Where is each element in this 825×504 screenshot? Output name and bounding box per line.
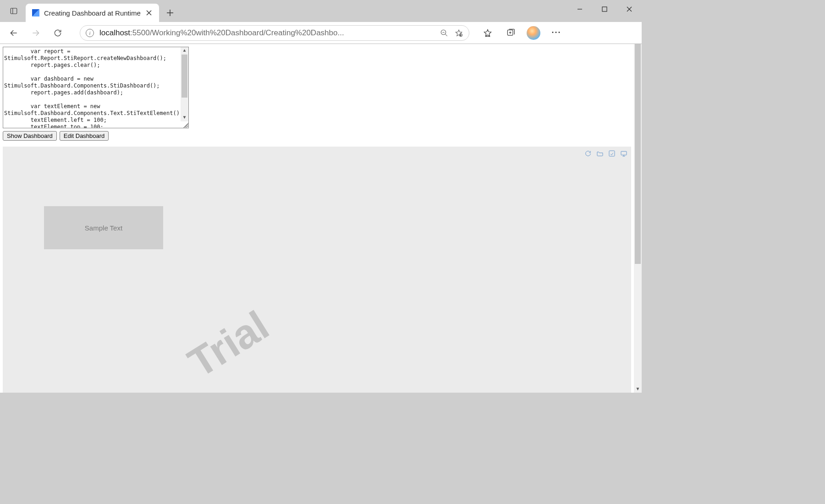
trial-watermark: Trial [180, 302, 277, 387]
fullscreen-icon[interactable] [619, 149, 628, 158]
scroll-thumb[interactable] [182, 55, 187, 98]
dashboard-viewer: Sample Text Trial [3, 147, 631, 393]
url-path: :5500/Working%20with%20Dashboard/Creatin… [130, 28, 344, 37]
refresh-button[interactable] [49, 24, 67, 42]
browser-tab-active[interactable]: Creating Dashboard at Runtime [26, 4, 159, 22]
favicon-icon [32, 9, 39, 16]
svg-rect-7 [602, 7, 607, 11]
back-button[interactable] [5, 24, 23, 42]
svg-rect-25 [621, 151, 627, 155]
page-scroll-thumb[interactable] [635, 44, 641, 264]
page-content: var report = Stimulsoft.Report.StiReport… [0, 44, 642, 393]
edit-dashboard-button[interactable]: Edit Dashboard [60, 131, 109, 141]
svg-marker-19 [484, 29, 491, 36]
tab-strip: Creating Dashboard at Runtime [0, 0, 179, 22]
address-bar[interactable]: i localhost:5500/Working%20with%20Dashbo… [80, 25, 469, 41]
page-scroll-down-icon[interactable]: ▼ [634, 385, 642, 393]
svg-rect-24 [609, 151, 615, 156]
url-host: localhost [99, 28, 130, 37]
viewer-toolbar [583, 149, 628, 158]
scroll-up-icon[interactable]: ▲ [181, 47, 188, 55]
open-icon[interactable] [595, 149, 605, 158]
text-element-label: Sample Text [85, 224, 122, 232]
avatar [527, 26, 540, 40]
code-textarea[interactable]: var report = Stimulsoft.Report.StiReport… [3, 47, 189, 128]
svg-line-13 [445, 34, 447, 36]
favorites-icon[interactable] [478, 24, 498, 42]
favorite-add-icon[interactable] [454, 28, 463, 38]
textarea-scrollbar[interactable]: ▲ ▼ [181, 47, 188, 121]
refresh-dashboard-icon[interactable] [583, 149, 593, 158]
page-scrollbar[interactable]: ▲ ▼ [634, 44, 642, 393]
more-dots-icon: ··· [551, 28, 561, 38]
zoom-out-icon[interactable] [440, 28, 449, 38]
minimize-button[interactable] [567, 0, 592, 18]
close-tab-icon[interactable] [145, 9, 153, 16]
browser-toolbar: i localhost:5500/Working%20with%20Dashbo… [0, 22, 642, 44]
button-row: Show Dashboard Edit Dashboard [3, 131, 109, 141]
maximize-button[interactable] [592, 0, 617, 18]
new-tab-button[interactable] [161, 4, 179, 22]
scroll-down-icon[interactable]: ▼ [181, 114, 188, 121]
show-dashboard-button[interactable]: Show Dashboard [3, 131, 57, 141]
resize-grip-icon[interactable] [182, 121, 188, 128]
edit-icon[interactable] [607, 149, 616, 158]
code-text: var report = Stimulsoft.Report.StiReport… [3, 47, 188, 128]
svg-rect-0 [11, 8, 17, 14]
profile-button[interactable] [523, 24, 544, 42]
site-info-icon[interactable]: i [86, 29, 94, 37]
dashboard-text-element: Sample Text [44, 206, 163, 249]
close-window-button[interactable] [617, 0, 642, 18]
window-controls [567, 0, 642, 22]
url-text: localhost:5500/Working%20with%20Dashboar… [99, 28, 434, 38]
tab-title: Creating Dashboard at Runtime [44, 9, 141, 17]
browser-title-bar: Creating Dashboard at Runtime [0, 0, 642, 22]
more-menu-button[interactable]: ··· [546, 24, 566, 42]
tab-actions-icon[interactable] [5, 2, 23, 20]
toolbar-right: ··· [478, 24, 566, 42]
forward-button[interactable] [27, 24, 45, 42]
collections-icon[interactable] [500, 24, 521, 42]
